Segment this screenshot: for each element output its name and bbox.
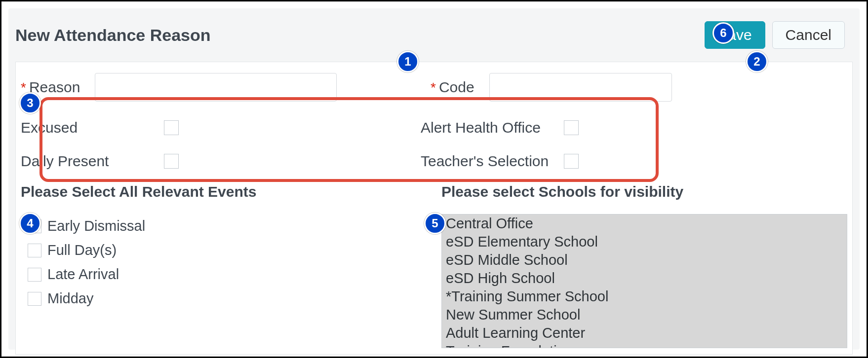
teachers-selection-checkbox[interactable] [564, 154, 579, 169]
event-row: Midday [28, 286, 427, 311]
event-label: Late Arrival [47, 266, 119, 283]
event-checkbox-midday[interactable] [28, 292, 41, 306]
school-item[interactable]: eSD Elementary School [442, 233, 847, 251]
events-list: Early Dismissal Full Day(s) Late Arrival [21, 214, 427, 311]
alert-health-row: Alert Health Office [421, 119, 653, 136]
dialog-panel: New Attendance Reason Save Cancel *Reaso… [8, 8, 860, 350]
cancel-button[interactable]: Cancel [772, 21, 845, 49]
alert-health-label: Alert Health Office [421, 119, 564, 136]
event-label: Early Dismissal [47, 218, 145, 234]
alert-health-checkbox[interactable] [564, 120, 579, 135]
daily-present-checkbox[interactable] [164, 154, 179, 169]
schools-section: Please select Schools for visibility Cen… [441, 183, 847, 348]
teachers-selection-label: Teacher's Selection [421, 153, 564, 170]
school-item[interactable]: eSD High School [442, 269, 847, 287]
code-field-group: *Code [431, 73, 747, 102]
event-row: Early Dismissal [28, 214, 427, 238]
event-checkbox-early-dismissal[interactable] [28, 219, 41, 233]
excused-row: Excused [21, 119, 421, 136]
code-input[interactable] [489, 73, 672, 102]
events-title: Please Select All Relevant Events [21, 183, 427, 200]
excused-label: Excused [21, 119, 164, 136]
school-item[interactable]: eSD Middle School [442, 251, 847, 269]
reason-label: *Reason [21, 79, 80, 96]
top-fields-row: *Reason *Code [21, 73, 847, 110]
school-item[interactable]: Central Office [442, 215, 847, 233]
lower-columns: Please Select All Relevant Events Early … [21, 180, 847, 348]
schools-title: Please select Schools for visibility [441, 183, 847, 200]
teachers-selection-row: Teacher's Selection [421, 153, 653, 170]
event-label: Full Day(s) [47, 242, 117, 258]
events-section: Please Select All Relevant Events Early … [21, 183, 427, 348]
school-item[interactable]: Adult Learning Center [442, 324, 847, 342]
reason-label-text: Reason [29, 79, 80, 95]
form-area: *Reason *Code Excused Alert Healt [15, 62, 853, 355]
event-row: Full Day(s) [28, 238, 427, 262]
save-button[interactable]: Save [705, 21, 765, 49]
reason-input[interactable] [95, 73, 337, 102]
daily-present-row: Daily Present [21, 153, 421, 170]
daily-present-label: Daily Present [21, 153, 164, 170]
event-label: Midday [47, 290, 94, 307]
schools-listbox[interactable]: Central Office eSD Elementary School eSD… [441, 214, 847, 348]
dialog-header: New Attendance Reason Save Cancel [8, 8, 860, 62]
reason-field-group: *Reason [21, 73, 411, 102]
attribute-checkbox-grid: Excused Alert Health Office Daily Presen… [21, 110, 847, 180]
code-label: *Code [431, 79, 474, 96]
school-item[interactable]: *Training Summer School [442, 287, 847, 306]
school-item[interactable]: Training Foundation [442, 342, 847, 348]
school-item[interactable]: New Summer School [442, 306, 847, 324]
required-asterisk: * [21, 80, 26, 95]
app-frame: New Attendance Reason Save Cancel *Reaso… [0, 0, 868, 358]
event-checkbox-late-arrival[interactable] [28, 268, 41, 282]
event-row: Late Arrival [28, 262, 427, 286]
dialog-actions: Save Cancel [705, 21, 845, 49]
code-label-text: Code [439, 79, 474, 95]
required-asterisk: * [431, 80, 436, 95]
excused-checkbox[interactable] [164, 120, 179, 135]
event-checkbox-full-day[interactable] [28, 244, 41, 257]
dialog-title: New Attendance Reason [15, 26, 211, 45]
